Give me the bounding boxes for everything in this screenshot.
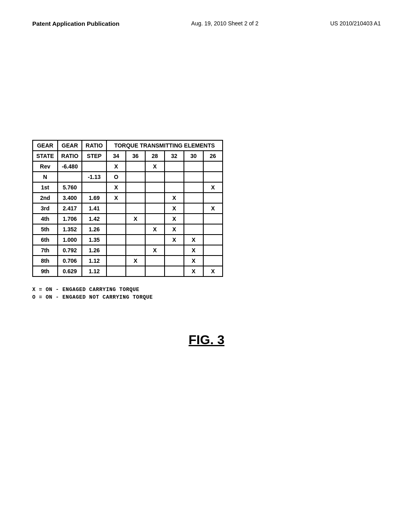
cell-step-8: 1.26 [82, 245, 106, 256]
cell-26-6 [203, 224, 223, 235]
cell-26-0 [203, 161, 223, 172]
cell-step-6: 1.26 [82, 224, 106, 235]
cell-28-4 [145, 203, 165, 214]
cell-30-10: X [184, 266, 203, 276]
cell-32-9 [165, 256, 184, 266]
table-row: Rev-6.480XX [33, 161, 223, 172]
cell-ratio-2: 5.760 [58, 182, 82, 193]
cell-36-10 [126, 266, 145, 276]
cell-28-2 [145, 182, 165, 193]
cell-36-2 [126, 182, 145, 193]
cell-ratio-10: 0.629 [58, 266, 82, 276]
cell-34-10 [106, 266, 126, 276]
table-row: 8th0.7061.12XX [33, 256, 223, 266]
cell-28-10 [145, 266, 165, 276]
cell-28-0: X [145, 161, 165, 172]
table-header-row-2: STATE RATIO STEP 34 36 28 32 30 26 [33, 151, 223, 161]
table-row: 5th1.3521.26XX [33, 224, 223, 235]
cell-state-4: 3rd [33, 203, 58, 214]
gear-table-container: GEAR GEAR RATIO TORQUE TRANSMITTING ELEM… [32, 140, 381, 277]
cell-step-3: 1.69 [82, 193, 106, 203]
table-row: 6th1.0001.35XX [33, 235, 223, 245]
cell-34-3: X [106, 193, 126, 203]
cell-36-6 [126, 224, 145, 235]
cell-28-5 [145, 214, 165, 224]
cell-36-5: X [126, 214, 145, 224]
cell-36-9: X [126, 256, 145, 266]
cell-step-5: 1.42 [82, 214, 106, 224]
cell-step-0 [82, 161, 106, 172]
cell-32-7: X [165, 235, 184, 245]
cell-30-9: X [184, 256, 203, 266]
cell-32-6: X [165, 224, 184, 235]
legend-line-2: O = ON - ENGAGED NOT CARRYING TORQUE [32, 294, 381, 300]
publication-date-sheet: Aug. 19, 2010 Sheet 2 of 2 [191, 20, 259, 27]
cell-32-8 [165, 245, 184, 256]
cell-step-9: 1.12 [82, 256, 106, 266]
cell-32-4: X [165, 203, 184, 214]
cell-34-7 [106, 235, 126, 245]
cell-ratio-3: 3.400 [58, 193, 82, 203]
cell-32-5: X [165, 214, 184, 224]
cell-36-1 [126, 172, 145, 182]
table-row: 7th0.7921.26XX [33, 245, 223, 256]
cell-34-8 [106, 245, 126, 256]
table-header-row-1: GEAR GEAR RATIO TORQUE TRANSMITTING ELEM… [33, 140, 223, 151]
cell-state-3: 2nd [33, 193, 58, 203]
th-col-34: 34 [106, 151, 126, 161]
cell-step-2 [82, 182, 106, 193]
cell-26-2: X [203, 182, 223, 193]
th-col-36: 36 [126, 151, 145, 161]
cell-32-2 [165, 182, 184, 193]
cell-state-9: 8th [33, 256, 58, 266]
cell-ratio-1 [58, 172, 82, 182]
cell-34-9 [106, 256, 126, 266]
cell-28-6: X [145, 224, 165, 235]
cell-ratio-0: -6.480 [58, 161, 82, 172]
cell-ratio-6: 1.352 [58, 224, 82, 235]
cell-30-3 [184, 193, 203, 203]
legend: X = ON - ENGAGED CARRYING TORQUE O = ON … [32, 287, 381, 300]
cell-34-4 [106, 203, 126, 214]
cell-26-8 [203, 245, 223, 256]
page: Patent Application Publication Aug. 19, … [0, 0, 413, 532]
table-row: 4th1.7061.42XX [33, 214, 223, 224]
th-torque-elements: TORQUE TRANSMITTING ELEMENTS [106, 140, 223, 151]
cell-30-2 [184, 182, 203, 193]
th-state: STATE [33, 151, 58, 161]
cell-30-8: X [184, 245, 203, 256]
publication-number: US 2010/210403 A1 [330, 20, 381, 27]
cell-30-6 [184, 224, 203, 235]
cell-34-1: O [106, 172, 126, 182]
cell-30-7: X [184, 235, 203, 245]
publication-title: Patent Application Publication [32, 20, 119, 27]
cell-state-6: 5th [33, 224, 58, 235]
table-row: 2nd3.4001.69XX [33, 193, 223, 203]
cell-ratio-4: 2.417 [58, 203, 82, 214]
cell-30-1 [184, 172, 203, 182]
table-row: 3rd2.4171.41XX [33, 203, 223, 214]
cell-34-2: X [106, 182, 126, 193]
cell-step-7: 1.35 [82, 235, 106, 245]
cell-34-0: X [106, 161, 126, 172]
cell-ratio-5: 1.706 [58, 214, 82, 224]
cell-32-3: X [165, 193, 184, 203]
cell-ratio-9: 0.706 [58, 256, 82, 266]
cell-26-7 [203, 235, 223, 245]
cell-ratio-7: 1.000 [58, 235, 82, 245]
cell-32-0 [165, 161, 184, 172]
figure-label: FIG. 3 [32, 332, 381, 347]
cell-28-9 [145, 256, 165, 266]
cell-28-7 [145, 235, 165, 245]
cell-26-5 [203, 214, 223, 224]
cell-36-4 [126, 203, 145, 214]
cell-state-1: N [33, 172, 58, 182]
th-gear-state: GEAR [33, 140, 58, 151]
cell-36-0 [126, 161, 145, 172]
legend-line-1: X = ON - ENGAGED CARRYING TORQUE [32, 287, 381, 293]
cell-30-5 [184, 214, 203, 224]
cell-36-7 [126, 235, 145, 245]
cell-28-3 [145, 193, 165, 203]
cell-state-8: 7th [33, 245, 58, 256]
gear-table: GEAR GEAR RATIO TORQUE TRANSMITTING ELEM… [32, 140, 223, 277]
